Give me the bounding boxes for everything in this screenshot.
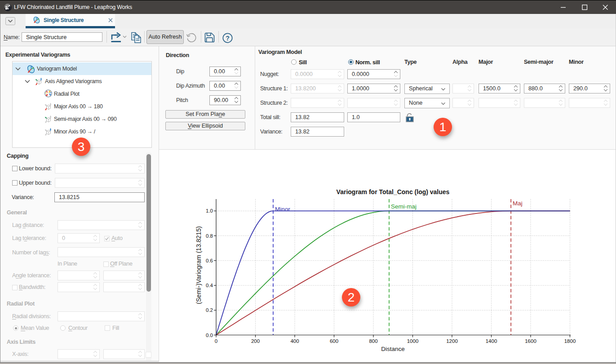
svg-text:0.6: 0.6 [206, 258, 213, 263]
svg-text:800: 800 [369, 338, 377, 344]
svg-text:1400: 1400 [486, 338, 497, 344]
svg-text:Maj: Maj [513, 200, 523, 207]
svg-text:600: 600 [330, 338, 338, 344]
svg-text:0.8: 0.8 [206, 233, 213, 239]
svg-text:Semi-maj: Semi-maj [391, 203, 417, 210]
svg-text:400: 400 [290, 338, 299, 344]
svg-text:0.0: 0.0 [206, 333, 213, 338]
svg-text:1200: 1200 [446, 338, 458, 344]
svg-text:1600: 1600 [525, 338, 536, 344]
svg-text:200: 200 [251, 338, 260, 344]
svg-text:?: ? [226, 35, 230, 42]
svg-text:1.0: 1.0 [206, 208, 213, 213]
svg-text:Distance: Distance [381, 346, 405, 352]
svg-text:0: 0 [215, 338, 217, 344]
svg-text:1800: 1800 [564, 338, 576, 344]
svg-text:Variogram for Total_Conc (log): Variogram for Total_Conc (log) values [337, 188, 450, 195]
svg-text:0.2: 0.2 [206, 307, 213, 313]
svg-text:(Semi-)Variogram (13.8215): (Semi-)Variogram (13.8215) [195, 226, 202, 304]
svg-text:0.4: 0.4 [206, 283, 213, 288]
svg-text:1000: 1000 [407, 338, 419, 344]
svg-text:Minor: Minor [275, 206, 290, 213]
